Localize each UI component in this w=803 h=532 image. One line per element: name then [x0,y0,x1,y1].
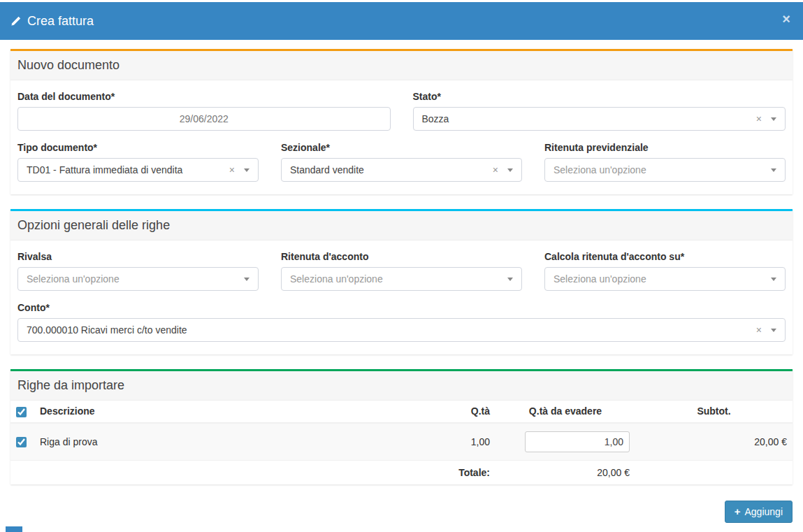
calcola-ritenuta-select[interactable]: Seleziona un'opzione [544,267,786,291]
stato-select-value: Bozza [422,113,751,124]
table-footer-row: Totale: 20,00 € [10,460,793,484]
chevron-down-icon [244,278,249,281]
ritenuta-acconto-placeholder: Seleziona un'opzione [290,273,507,285]
modal-title: Crea fattura [10,14,94,29]
cell-subtot: 20,00 € [635,423,793,461]
aggiungi-button-label: Aggiungi [745,506,783,517]
chevron-down-icon [771,329,776,332]
data-documento-label: Data del documento* [17,91,391,102]
section-nuovo-documento: Nuovo documento Data del documento* Stat… [10,49,793,194]
totale-label: Totale: [10,460,495,484]
chevron-down-icon [771,168,776,172]
modal-title-text: Crea fattura [27,14,94,29]
field-ritenuta-acconto: Ritenuta d'acconto Seleziona un'opzione [281,251,522,291]
table-header-row: Descrizione Q.tà Q.tà da evadere Subtot. [10,401,793,423]
header-qta: Q.tà [433,401,495,423]
stato-select[interactable]: Bozza × [413,107,786,131]
chevron-down-icon [507,278,513,281]
close-icon[interactable]: × [779,10,793,27]
field-calcola-ritenuta: Calcola ritenuta d'acconto su* Seleziona… [544,251,786,291]
ritenuta-previdenziale-label: Ritenuta previdenziale [544,142,786,153]
header-descrizione: Descrizione [34,401,433,423]
section-title: Righe da importare [10,371,793,401]
modal-header: Crea fattura × [0,2,803,40]
field-data-documento: Data del documento* [17,91,391,131]
rivalsa-label: Rivalsa [17,251,259,262]
sezionale-label: Sezionale* [281,142,522,153]
row-checkbox[interactable] [16,437,27,447]
field-ritenuta-previdenziale: Ritenuta previdenziale Seleziona un'opzi… [544,142,786,182]
ritenuta-previdenziale-select[interactable]: Seleziona un'opzione [544,158,786,182]
header-subtot: Subtot. [635,401,793,423]
field-tipo-documento: Tipo documento* TD01 - Fattura immediata… [17,142,259,182]
field-sezionale: Sezionale* Standard vendite × [281,142,522,182]
field-rivalsa: Rivalsa Seleziona un'opzione [17,251,259,291]
clear-icon[interactable]: × [756,325,762,335]
chevron-down-icon [244,168,249,172]
section-opzioni-generali: Opzioni generali delle righe Rivalsa Sel… [10,209,793,354]
section-body: Data del documento* Stato* Bozza × Tipo … [10,80,793,194]
calcola-ritenuta-placeholder: Seleziona un'opzione [554,273,771,285]
stato-label: Stato* [413,91,786,102]
table-row: Riga di prova 1,00 20,00 € [10,423,793,461]
modal-actions: + Aggiungi [0,499,803,532]
chevron-down-icon [507,168,513,172]
rivalsa-placeholder: Seleziona un'opzione [27,273,244,285]
clear-icon[interactable]: × [229,165,235,175]
ritenuta-previdenziale-placeholder: Seleziona un'opzione [554,164,771,175]
cell-descrizione: Riga di prova [34,423,433,461]
chevron-down-icon [771,278,776,281]
tipo-documento-select[interactable]: TD01 - Fattura immediata di vendita × [17,158,259,182]
modal-body: Nuovo documento Data del documento* Stat… [0,40,803,484]
clear-icon[interactable]: × [756,114,762,124]
conto-label: Conto* [17,302,786,313]
cell-qta: 1,00 [433,423,495,461]
totale-value: 20,00 € [495,460,635,484]
ritenuta-acconto-label: Ritenuta d'acconto [281,251,522,262]
sezionale-select-value: Standard vendite [290,164,487,175]
calcola-ritenuta-label: Calcola ritenuta d'acconto su* [544,251,786,262]
data-documento-input[interactable] [17,107,391,131]
field-conto: Conto* 700.000010 Ricavi merci c/to vend… [17,302,786,342]
section-body: Rivalsa Seleziona un'opzione Ritenuta d'… [10,240,793,354]
rivalsa-select[interactable]: Seleziona un'opzione [17,267,259,291]
section-title: Nuovo documento [10,51,793,80]
background-page-artifact [6,526,22,532]
conto-select[interactable]: 700.000010 Ricavi merci c/to vendite × [17,318,786,342]
pencil-icon [10,16,21,27]
sezionale-select[interactable]: Standard vendite × [281,158,522,182]
plus-icon: + [735,506,741,517]
ritenuta-acconto-select[interactable]: Seleziona un'opzione [281,267,522,291]
clear-icon[interactable]: × [493,165,498,175]
tipo-documento-label: Tipo documento* [17,142,259,153]
select-all-checkbox[interactable] [16,407,27,417]
header-qta-da-evadere: Q.tà da evadere [495,401,635,423]
aggiungi-button[interactable]: + Aggiungi [725,501,793,523]
chevron-down-icon [771,117,776,121]
qta-da-evadere-input[interactable] [525,431,630,452]
section-title: Opzioni generali delle righe [10,211,793,240]
righe-table: Descrizione Q.tà Q.tà da evadere Subtot.… [10,401,793,484]
conto-select-value: 700.000010 Ricavi merci c/to vendite [27,324,751,336]
field-stato: Stato* Bozza × [413,91,786,131]
tipo-documento-select-value: TD01 - Fattura immediata di vendita [27,164,224,175]
section-righe-da-importare: Righe da importare Descrizione Q.tà Q.tà… [10,369,793,484]
